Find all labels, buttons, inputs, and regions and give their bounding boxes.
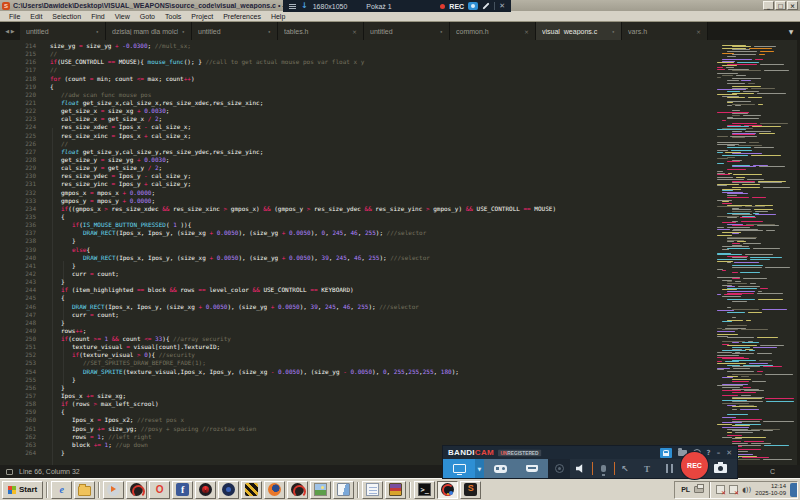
tab-untitled[interactable]: untitled• — [20, 22, 106, 40]
restore-button[interactable]: □ — [775, 1, 786, 10]
tab-common-h[interactable]: common.h× — [450, 22, 536, 40]
minimap-line — [722, 377, 733, 378]
taskbar-button-colorball[interactable] — [437, 481, 458, 499]
minimap-line — [760, 64, 784, 65]
modified-dot-icon[interactable]: • — [95, 28, 99, 35]
minimap-line — [727, 414, 748, 415]
taskbar-button-opera[interactable] — [149, 481, 170, 499]
clock[interactable]: 12:14 2025-10-09 — [755, 483, 786, 497]
taskbar-button-winrar[interactable] — [385, 481, 406, 499]
editor[interactable]: 2142152162172182192202212222232242252262… — [0, 40, 800, 465]
minimap-line — [717, 424, 732, 425]
taskbar-button-photo[interactable] — [310, 481, 331, 499]
cursor-button[interactable]: ↖ — [614, 459, 636, 478]
minimize-icon[interactable]: – — [717, 448, 721, 458]
pause-button[interactable] — [658, 459, 680, 478]
close-button[interactable]: × — [787, 1, 798, 10]
language-indicator[interactable]: PL — [681, 486, 690, 493]
taskbar-button-media[interactable] — [103, 481, 124, 499]
taskbar-button-blueball[interactable] — [218, 481, 239, 499]
start-button[interactable]: Start — [2, 481, 43, 499]
tab-untitled[interactable]: untitled• — [192, 22, 278, 40]
taskbar-button-firefox[interactable] — [264, 481, 285, 499]
syntax-label[interactable]: C — [770, 465, 775, 478]
menu-item-help[interactable]: Help — [266, 13, 290, 20]
taskbar-button-redball[interactable] — [287, 481, 308, 499]
menu-icon[interactable] — [289, 4, 296, 9]
tab-dzisiaj-mam-dla-moich-fan-w[interactable]: dzisiaj mam dla moich fanów• — [106, 22, 192, 40]
minimap-line — [722, 387, 740, 388]
taskbar-button-docapp[interactable] — [362, 481, 383, 499]
taskbar-button-folder2[interactable] — [74, 481, 95, 499]
mode-dropdown[interactable]: ▼ — [475, 459, 484, 478]
game-mode-button[interactable] — [484, 459, 516, 478]
text-tool-button[interactable]: T — [636, 459, 658, 478]
screenshot-button[interactable] — [709, 459, 731, 478]
lock-icon[interactable] — [660, 448, 672, 458]
line-number: 251 — [0, 343, 36, 351]
menu-item-tools[interactable]: Tools — [160, 13, 186, 20]
printer-icon[interactable] — [694, 486, 704, 493]
taskbar-button-redswirl[interactable] — [195, 481, 216, 499]
vintage-icon[interactable] — [6, 469, 13, 475]
minimap-line — [735, 432, 753, 433]
rec-button[interactable]: REC — [681, 452, 708, 479]
code-lines[interactable]: size_yg = size_yg + -0.0300; //mult_sx;/… — [42, 42, 710, 457]
tab-vars-h[interactable]: vars.h× — [622, 22, 708, 40]
close-icon[interactable]: × — [696, 28, 701, 35]
taskbar-button-console[interactable] — [414, 481, 435, 499]
menu-item-preferences[interactable]: Preferences — [218, 13, 266, 20]
minimap-line — [732, 243, 740, 244]
device-error-icon[interactable] — [716, 485, 725, 494]
divider — [494, 2, 495, 10]
minimap-line — [727, 105, 732, 106]
close-icon[interactable]: × — [352, 28, 357, 35]
modified-dot-icon[interactable]: • — [439, 28, 443, 35]
taskbar-button-ie[interactable] — [51, 481, 72, 499]
menu-item-edit[interactable]: Edit — [25, 13, 47, 20]
pencil-icon[interactable] — [483, 2, 490, 9]
modified-dot-icon[interactable]: • — [267, 28, 271, 35]
close-icon[interactable]: ✕ — [499, 2, 505, 10]
line-number: 232 — [0, 189, 36, 197]
tab-tables-h[interactable]: tables.h× — [278, 22, 364, 40]
rec-status[interactable]: REC — [449, 3, 464, 10]
close-icon[interactable]: ✕ — [726, 448, 732, 458]
volume-icon[interactable]: ◖)) — [742, 486, 751, 494]
tab-visual_weapons-c[interactable]: visual_weapons.c• — [536, 22, 622, 40]
menu-item-project[interactable]: Project — [186, 13, 218, 20]
speaker-button[interactable] — [570, 459, 592, 478]
menu-item-selection[interactable]: Selection — [47, 13, 86, 20]
menu-item-view[interactable]: View — [110, 13, 135, 20]
close-icon[interactable]: × — [524, 28, 529, 35]
network-error-icon[interactable] — [729, 485, 738, 494]
taskbar-button-sublime[interactable] — [460, 481, 481, 499]
minimap-line — [740, 409, 760, 410]
taskbar-button-yellowapp[interactable] — [241, 481, 262, 499]
minimap-line — [743, 243, 761, 244]
menu-item-file[interactable]: File — [4, 13, 25, 20]
tray-edge-icon[interactable] — [790, 483, 797, 497]
help-icon[interactable]: ? — [707, 448, 711, 458]
tab-untitled[interactable]: untitled• — [364, 22, 450, 40]
modified-dot-icon[interactable]: • — [181, 28, 185, 35]
menu-item-goto[interactable]: Goto — [135, 13, 160, 20]
camera-icon[interactable] — [468, 2, 478, 10]
minimap-line — [717, 227, 724, 228]
minimap-line — [727, 432, 732, 433]
mic-button[interactable] — [592, 459, 614, 478]
webcam-button[interactable] — [548, 459, 570, 478]
minimize-button[interactable]: _ — [763, 1, 774, 10]
screen-mode-button[interactable] — [443, 459, 475, 478]
modified-dot-icon[interactable]: • — [611, 28, 615, 35]
minimap[interactable] — [715, 40, 797, 465]
menu-item-find[interactable]: Find — [86, 13, 110, 20]
taskbar-button-redball[interactable] — [126, 481, 147, 499]
monitor-label[interactable]: Pokaż 1 — [366, 3, 391, 10]
tab-scroll-arrows[interactable]: ◀ ▶ — [0, 22, 20, 40]
tab-overflow-icon[interactable]: ▼ — [782, 22, 800, 40]
taskbar-button-facebook[interactable] — [172, 481, 193, 499]
device-mode-button[interactable] — [516, 459, 548, 478]
download-icon[interactable]: ↓ — [301, 1, 308, 11]
taskbar-button-notes[interactable] — [333, 481, 354, 499]
